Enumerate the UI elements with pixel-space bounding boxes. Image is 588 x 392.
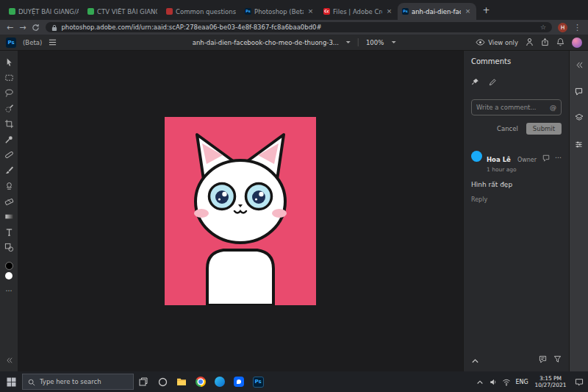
comment-timestamp: 1 hour ago — [487, 166, 538, 173]
network-icon[interactable] — [500, 378, 513, 386]
edge-icon[interactable] — [210, 371, 229, 392]
comment-bubble-icon[interactable] — [542, 151, 550, 165]
file-explorer-icon[interactable] — [172, 371, 191, 392]
browser-tab-active[interactable]: Ps anh-dai-dien-facebook-ch... × — [398, 3, 476, 20]
reply-link[interactable]: Reply — [471, 196, 562, 203]
hamburger-menu-icon[interactable] — [49, 35, 57, 49]
gradient-tool-icon[interactable] — [0, 209, 18, 224]
clock[interactable]: 3:15 PM 10/27/2021 — [531, 375, 570, 389]
bell-icon[interactable] — [556, 35, 564, 49]
comment-more-icon[interactable]: ⋯ — [555, 154, 562, 161]
photoshop-header: Ps (Beta) anh-dai-dien-facebook-cho-meo-… — [0, 35, 588, 51]
beta-label: (Beta) — [23, 39, 42, 46]
chevron-down-icon[interactable] — [391, 41, 395, 46]
tab-close-icon[interactable]: × — [385, 7, 393, 15]
tray-chevron-up-icon[interactable] — [473, 379, 487, 385]
new-tab-button[interactable]: + — [480, 4, 492, 17]
tab-close-icon[interactable]: × — [464, 7, 472, 15]
search-icon — [28, 375, 35, 389]
browser-tab[interactable]: Ps Photoshop (Beta) - Adobe ... × — [240, 3, 319, 20]
browser-tab[interactable]: CTV VIẾT BÀI GIANG/APP ... — [83, 3, 162, 20]
tab-label: DUYỆT BÀI GIANG/APP N... — [18, 8, 79, 15]
color-swatches — [5, 262, 13, 279]
browser-profile-avatar[interactable]: H — [558, 23, 567, 32]
cancel-button[interactable]: Cancel — [497, 125, 518, 132]
document-title-group: anh-dai-dien-facebook-cho-meo-de-thuong-… — [193, 38, 396, 46]
bookmark-star-icon[interactable]: ☆ — [540, 24, 546, 31]
adjustments-rail-icon[interactable] — [575, 138, 583, 152]
creative-cloud-favicon: Cc — [323, 8, 330, 15]
doc-green-favicon — [87, 8, 94, 15]
tab-close-icon[interactable]: × — [306, 7, 315, 15]
header-actions: View only — [476, 35, 582, 49]
system-tray: ENG 3:15 PM 10/27/2021 — [473, 371, 588, 392]
chrome-icon[interactable] — [191, 371, 210, 392]
user-avatar[interactable] — [572, 38, 582, 48]
windows-taskbar: Ps ENG 3:15 PM 10/27/2021 — [0, 371, 588, 392]
browser-tab-strip: DUYỆT BÀI GIANG/APP N... CTV VIẾT BÀI GI… — [0, 0, 588, 20]
invite-people-icon[interactable] — [526, 35, 534, 49]
shapes-tool-icon[interactable] — [0, 240, 18, 255]
start-button[interactable] — [0, 371, 22, 392]
messenger-app-icon[interactable] — [229, 371, 248, 392]
doc-green-favicon — [9, 8, 15, 15]
pin-comment-icon[interactable] — [471, 75, 479, 89]
browser-tab[interactable]: DUYỆT BÀI GIANG/APP N... — [4, 3, 83, 20]
collapse-toolbar-icon[interactable] — [5, 353, 12, 367]
pencil-annotate-icon[interactable] — [489, 75, 497, 89]
lasso-tool-icon[interactable] — [0, 85, 18, 101]
mention-at-icon[interactable]: @ — [550, 104, 556, 111]
language-indicator[interactable]: ENG — [513, 379, 531, 385]
collapse-up-icon[interactable] — [471, 352, 479, 366]
view-only-badge[interactable]: View only — [476, 39, 518, 46]
date-text: 10/27/2021 — [531, 382, 570, 389]
comment-text: Hình rất đẹp — [471, 181, 562, 188]
action-center-icon[interactable] — [570, 378, 588, 386]
canvas-area[interactable] — [18, 51, 463, 371]
taskbar-search-box[interactable] — [22, 374, 134, 390]
clone-stamp-tool-icon[interactable] — [0, 178, 18, 193]
comments-rail-icon[interactable] — [575, 85, 583, 99]
browser-tab[interactable]: Cc Files | Adobe Creative Clou... × — [319, 3, 398, 20]
search-input[interactable] — [40, 378, 128, 385]
chevron-down-icon[interactable] — [346, 41, 351, 46]
brush-tool-icon[interactable] — [0, 163, 18, 178]
layers-rail-icon[interactable] — [575, 111, 584, 125]
filter-funnel-icon[interactable] — [553, 352, 562, 366]
more-tools-icon[interactable]: ⋯ — [6, 288, 12, 294]
move-tool-icon[interactable] — [0, 54, 18, 70]
spot-heal-tool-icon[interactable] — [0, 147, 18, 163]
forward-icon[interactable]: → — [19, 24, 26, 32]
quick-select-tool-icon[interactable] — [0, 101, 18, 116]
submit-button[interactable]: Submit — [526, 123, 562, 135]
background-color-swatch[interactable] — [5, 272, 12, 279]
collapse-panel-icon[interactable] — [575, 58, 583, 72]
share-icon[interactable] — [541, 35, 549, 49]
commenter-avatar[interactable] — [471, 151, 482, 162]
doc-red-favicon — [166, 8, 173, 15]
browser-menu-kebab-icon[interactable]: ⋮ — [573, 24, 581, 32]
photoshop-logo[interactable]: Ps — [6, 38, 16, 48]
browser-tab[interactable]: Common questions | Pho... — [162, 3, 240, 20]
type-tool-icon[interactable] — [0, 224, 18, 240]
url-omnibox[interactable]: photoshop.adobe.com/id/urn:aaid:scAP:278… — [46, 22, 552, 32]
eyedropper-tool-icon[interactable] — [0, 132, 18, 147]
comment-thread-header: Hoa Lê Owner 1 hour ago ⋯ — [471, 151, 562, 173]
foreground-color-swatch[interactable] — [5, 262, 13, 270]
comments-panel-title: Comments — [471, 57, 562, 65]
volume-icon[interactable] — [487, 378, 500, 386]
document-title[interactable]: anh-dai-dien-facebook-cho-meo-de-thuong-… — [193, 39, 339, 46]
task-view-button[interactable] — [134, 371, 153, 392]
photoshop-dock-icon[interactable]: Ps — [248, 371, 268, 392]
marquee-tool-icon[interactable] — [0, 70, 18, 85]
windows-logo-icon — [7, 377, 16, 387]
back-icon[interactable]: ← — [7, 24, 13, 32]
eraser-tool-icon[interactable] — [0, 193, 18, 209]
zoom-level[interactable]: 100% — [366, 39, 384, 46]
crop-tool-icon[interactable] — [0, 116, 18, 132]
tab-label: CTV VIẾT BÀI GIANG/APP ... — [97, 8, 157, 15]
comment-input[interactable] — [476, 104, 547, 111]
cortana-button[interactable] — [153, 371, 172, 392]
reload-icon[interactable] — [32, 21, 40, 35]
comments-list-icon[interactable] — [539, 352, 547, 366]
